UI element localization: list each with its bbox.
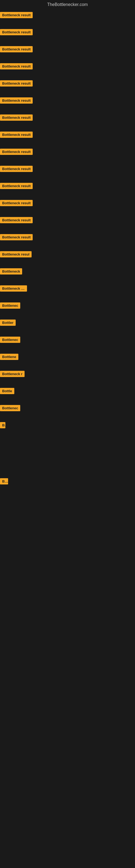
list-item: Bottler [0,318,135,335]
bottleneck-badge[interactable]: Bottlenec [0,337,20,343]
list-item: Bottleneck res [0,284,135,301]
list-item: Bottleneck result [0,62,135,79]
bottleneck-badge[interactable]: Bottleneck [0,268,22,275]
list-item: Bottleneck result [0,130,135,147]
list-item: Bottleneck [0,267,135,284]
bottleneck-badge[interactable]: Bottleneck result [0,115,33,121]
bottleneck-badge[interactable]: Bottlene [0,354,18,360]
bottleneck-badge[interactable]: Bottleneck result [0,234,33,240]
bottleneck-badge[interactable]: Bo [0,478,8,485]
bottleneck-badge[interactable]: Bottleneck r [0,371,25,377]
page-wrapper: TheBottlenecker.com Bottleneck resultBot… [0,0,135,533]
list-item [0,437,135,447]
list-item [0,457,135,467]
list-item: Bottleneck result [0,44,135,62]
bottleneck-badge[interactable]: Bottleneck result [0,46,33,52]
bottleneck-badge[interactable]: Bottleneck result [0,63,33,69]
list-item: Bottleneck resul [0,250,135,267]
list-item: Bottleneck result [0,164,135,181]
bottleneck-badge[interactable]: Bottleneck result [0,200,33,206]
list-item: Bottleneck result [0,147,135,164]
bottleneck-badge[interactable]: Bottlenec [0,405,20,411]
site-title: TheBottlenecker.com [0,0,135,10]
list-item: Bottleneck result [0,96,135,113]
bottleneck-badge[interactable]: Bottleneck result [0,97,33,104]
list-item: B [0,421,135,437]
list-item: Bottlene [0,352,135,369]
list-item: Bottle [0,386,135,403]
list-item: Bottlenec [0,335,135,352]
list-item: Bottlenec [0,403,135,421]
bottleneck-badge[interactable]: Bottleneck result [0,12,33,18]
list-item: Bottleneck r [0,369,135,386]
list-item: Bottleneck result [0,215,135,232]
list-item: Bottleneck result [0,232,135,250]
list-item: Bottlenec [0,301,135,318]
list-item: Bottleneck result [0,181,135,198]
bottleneck-badge[interactable]: Bottle [0,388,14,394]
bottleneck-badge[interactable]: Bottleneck result [0,80,33,87]
list-item [0,513,135,523]
bottleneck-badge[interactable]: Bottler [0,319,16,326]
bottleneck-badge[interactable]: Bottleneck result [0,166,33,172]
bottleneck-badge[interactable]: Bottleneck result [0,149,33,155]
list-item: Bottleneck result [0,198,135,215]
bottleneck-badge[interactable]: Bottleneck resul [0,251,32,257]
bottleneck-badge[interactable]: Bottleneck result [0,131,33,138]
list-item: Bottleneck result [0,113,135,130]
bottleneck-badge[interactable]: B [0,422,5,428]
list-item: Bottleneck result [0,10,135,27]
bottleneck-badge[interactable]: Bottleneck result [0,183,33,189]
list-item: Bottleneck result [0,79,135,96]
list-item [0,447,135,457]
list-item [0,494,135,503]
bottleneck-badge[interactable]: Bottlenec [0,303,20,309]
items-list: Bottleneck resultBottleneck resultBottle… [0,10,135,533]
list-item [0,503,135,513]
list-item: Bo [0,476,135,494]
bottleneck-badge[interactable]: Bottleneck result [0,29,33,35]
list-item [0,467,135,476]
list-item: Bottleneck result [0,27,135,44]
list-item [0,523,135,533]
bottleneck-badge[interactable]: Bottleneck result [0,217,33,223]
bottleneck-badge[interactable]: Bottleneck res [0,285,27,291]
